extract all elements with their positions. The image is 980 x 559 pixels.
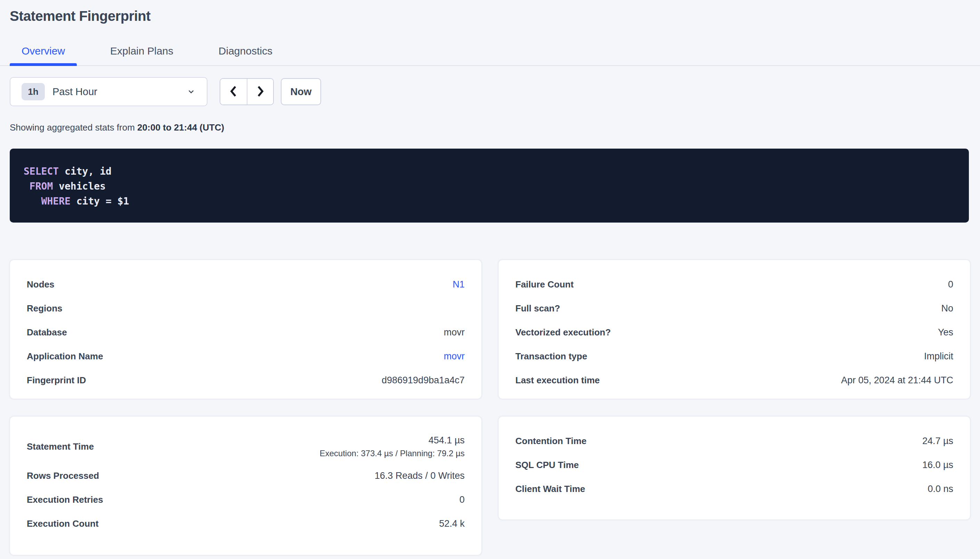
card-row: Application Namemovr: [27, 344, 464, 369]
row-label: Application Name: [27, 351, 114, 362]
card-row: Transaction typeImplicit: [516, 344, 953, 369]
card-row: Execution Count52.4 k: [27, 512, 464, 536]
row-value: Implicit: [924, 351, 953, 362]
sql-line: FROM vehicles: [24, 179, 955, 194]
row-subvalue: Execution: 373.4 µs / Planning: 79.2 µs: [320, 448, 464, 458]
row-value: 0.0 ns: [927, 484, 953, 495]
card-row: Vectorized execution?Yes: [516, 321, 953, 344]
card-stats-right: Contention Time24.7 µsSQL CPU Time16.0 µ…: [498, 416, 970, 520]
row-value-link[interactable]: movr: [444, 351, 464, 362]
row-label: Fingerprint ID: [27, 375, 96, 386]
row-value: No: [941, 303, 953, 314]
row-label: Failure Count: [516, 279, 584, 290]
row-value-stack: 454.1 µsExecution: 373.4 µs / Planning: …: [320, 435, 464, 458]
sql-text: city = $1: [71, 195, 129, 207]
row-label: Database: [27, 327, 78, 338]
previous-interval-button[interactable]: [221, 79, 247, 104]
cards-grid: NodesN1RegionsDatabasemovrApplication Na…: [10, 260, 970, 555]
card-row: NodesN1: [27, 273, 464, 296]
tab-overview[interactable]: Overview: [10, 38, 77, 65]
row-value: d986919d9ba1a4c7: [381, 375, 464, 386]
row-value: 454.1 µs: [428, 435, 464, 446]
card-row: Client Wait Time0.0 ns: [516, 477, 953, 501]
card-stats-left: Statement Time454.1 µsExecution: 373.4 µ…: [10, 416, 482, 555]
card-row: Contention Time24.7 µs: [516, 429, 953, 453]
card-row: Full scan?No: [516, 296, 953, 321]
row-label: Contention Time: [516, 436, 597, 447]
stats-summary-range: 20:00 to 21:44 (UTC): [137, 122, 224, 132]
chevron-left-icon: [227, 84, 240, 100]
page-title: Statement Fingerprint: [10, 0, 970, 24]
row-value: 0: [459, 495, 464, 505]
card-row: SQL CPU Time16.0 µs: [516, 453, 953, 477]
row-label: Client Wait Time: [516, 484, 596, 495]
stats-summary: Showing aggregated stats from 20:00 to 2…: [10, 122, 970, 132]
row-value: 16.3 Reads / 0 Writes: [375, 470, 464, 481]
now-button[interactable]: Now: [281, 78, 321, 105]
row-label: Regions: [27, 303, 73, 314]
card-row: Statement Time454.1 µsExecution: 373.4 µ…: [27, 429, 464, 464]
sql-statement: SELECT city, id FROM vehicles WHERE city…: [24, 164, 955, 209]
card-details-right: Failure Count0Full scan?NoVectorized exe…: [498, 260, 970, 399]
card-details-left: NodesN1RegionsDatabasemovrApplication Na…: [10, 260, 482, 399]
row-label: Statement Time: [27, 441, 104, 452]
row-value: Yes: [938, 327, 953, 338]
sql-text: vehicles: [53, 180, 106, 192]
chevron-right-icon: [254, 84, 267, 100]
chevron-down-icon: [186, 86, 196, 97]
row-label: Full scan?: [516, 303, 570, 314]
row-value: 52.4 k: [439, 518, 464, 529]
stats-summary-prefix: Showing aggregated stats from: [10, 122, 137, 132]
sql-text: city, id: [59, 165, 111, 177]
row-value: Apr 05, 2024 at 21:44 UTC: [841, 375, 953, 386]
time-interval-dropdown[interactable]: 1h Past Hour: [10, 77, 207, 106]
tab-bar: OverviewExplain PlansDiagnostics: [0, 38, 980, 66]
card-row: Execution Retries0: [27, 488, 464, 512]
time-controls: 1h Past Hour: [10, 77, 970, 106]
sql-keyword: SELECT: [24, 165, 59, 177]
sql-keyword: FROM: [30, 180, 53, 192]
sql-line: WHERE city = $1: [24, 194, 955, 209]
card-row: Failure Count0: [516, 273, 953, 296]
sql-box: SELECT city, id FROM vehicles WHERE city…: [10, 149, 969, 223]
sql-keyword: WHERE: [41, 195, 71, 207]
row-label: Last execution time: [516, 375, 610, 386]
row-label: Execution Count: [27, 518, 109, 529]
row-value: movr: [444, 327, 464, 338]
tab-diagnostics[interactable]: Diagnostics: [207, 38, 284, 65]
card-row: Regions: [27, 296, 464, 321]
interval-badge: 1h: [22, 83, 45, 100]
row-label: Execution Retries: [27, 495, 114, 505]
tab-explain-plans[interactable]: Explain Plans: [98, 38, 185, 65]
card-row: Rows Processed16.3 Reads / 0 Writes: [27, 464, 464, 488]
row-label: SQL CPU Time: [516, 460, 589, 470]
card-row: Databasemovr: [27, 321, 464, 344]
sql-text: [24, 195, 41, 207]
row-value: 0: [948, 279, 953, 290]
row-value-link[interactable]: N1: [453, 279, 464, 290]
row-label: Vectorized execution?: [516, 327, 621, 338]
sql-line: SELECT city, id: [24, 164, 955, 179]
next-interval-button[interactable]: [247, 79, 273, 104]
time-step-button-group: [220, 78, 274, 105]
row-label: Transaction type: [516, 351, 598, 362]
card-row: Last execution timeApr 05, 2024 at 21:44…: [516, 369, 953, 392]
sql-text: [24, 180, 30, 192]
card-row: Fingerprint IDd986919d9ba1a4c7: [27, 369, 464, 392]
interval-label: Past Hour: [53, 86, 186, 98]
row-value: 24.7 µs: [922, 436, 953, 447]
row-label: Nodes: [27, 279, 65, 290]
row-value: 16.0 µs: [922, 460, 953, 470]
row-label: Rows Processed: [27, 470, 109, 481]
